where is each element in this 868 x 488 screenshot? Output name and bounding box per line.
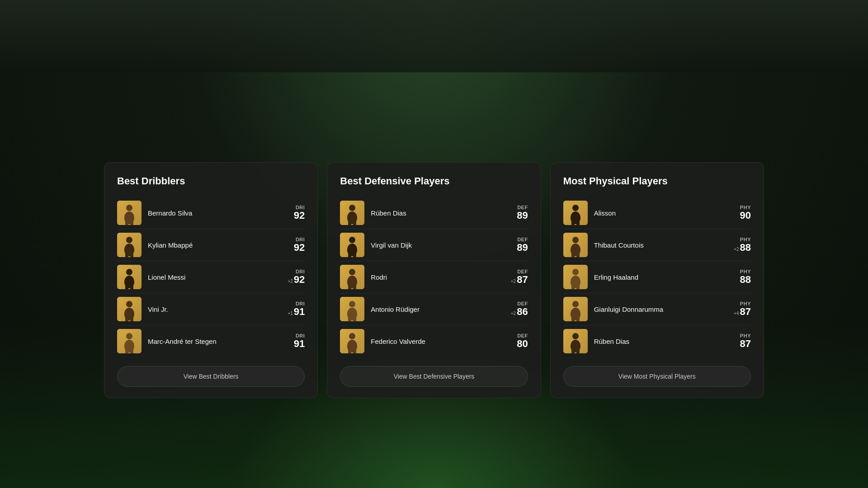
stat-value: +286 xyxy=(511,306,528,317)
svg-point-20 xyxy=(349,205,355,211)
player-avatar xyxy=(340,233,364,257)
player-row: Rúben DiasPHY87 xyxy=(563,325,751,357)
player-avatar xyxy=(563,297,588,321)
svg-point-16 xyxy=(126,333,132,339)
stat-number: 88 xyxy=(740,274,751,285)
stat-number: 91 xyxy=(294,306,305,317)
svg-rect-22 xyxy=(348,221,351,225)
stat-block: DEF+286 xyxy=(503,301,528,317)
card-title-best-dribblers: Best Dribblers xyxy=(117,175,305,187)
player-row: Marc-André ter StegenDRI91 xyxy=(117,325,305,357)
stat-block: PHY+487 xyxy=(726,301,751,317)
view-button-best-defensive[interactable]: View Best Defensive Players xyxy=(340,366,528,387)
player-name: Vini Jr. xyxy=(148,305,280,313)
stat-number: 92 xyxy=(294,210,305,221)
player-row: Virgil van DijkDEF89 xyxy=(340,229,528,261)
player-silhouette xyxy=(121,268,138,289)
player-list-best-dribblers: Bernardo SilvaDRI92 Kylian MbappéDRI92 L… xyxy=(117,197,305,357)
svg-rect-42 xyxy=(571,221,575,225)
player-name: Rodri xyxy=(371,273,503,281)
player-row: Antonio RüdigerDEF+286 xyxy=(340,293,528,325)
svg-rect-34 xyxy=(348,317,351,321)
player-silhouette xyxy=(121,236,138,257)
stat-change: +4 xyxy=(734,311,739,316)
svg-point-44 xyxy=(572,237,579,243)
svg-point-32 xyxy=(349,301,355,307)
stat-block: DEF89 xyxy=(503,237,528,253)
player-row: Kylian MbappéDRI92 xyxy=(117,229,305,261)
stat-block: DRI+292 xyxy=(280,269,305,285)
svg-point-56 xyxy=(572,333,579,339)
player-silhouette xyxy=(344,204,361,225)
stat-number: 91 xyxy=(294,338,305,349)
player-row: Vini Jr.DRI+191 xyxy=(117,293,305,325)
svg-point-8 xyxy=(126,269,132,275)
player-avatar xyxy=(563,233,588,257)
svg-rect-15 xyxy=(130,317,133,321)
player-row: Gianluigi DonnarummaPHY+487 xyxy=(563,293,751,325)
player-row: RodriDEF+287 xyxy=(340,261,528,293)
view-button-most-physical[interactable]: View Most Physical Players xyxy=(563,366,751,387)
svg-rect-58 xyxy=(571,349,575,353)
svg-point-28 xyxy=(349,269,355,275)
stat-value: 80 xyxy=(517,338,528,349)
stat-value: 92 xyxy=(294,210,305,221)
player-name: Marc-André ter Stegen xyxy=(148,338,280,345)
svg-rect-54 xyxy=(571,317,575,321)
player-name: Virgil van Dijk xyxy=(371,241,503,249)
player-row: AlissonPHY90 xyxy=(563,197,751,229)
svg-point-12 xyxy=(126,301,132,307)
player-row: Thibaut CourtoisPHY+288 xyxy=(563,229,751,261)
stat-value: +191 xyxy=(288,306,305,317)
stat-block: DEF80 xyxy=(503,333,528,349)
card-most-physical: Most Physical Players AlissonPHY90 Thiba… xyxy=(550,162,764,398)
svg-rect-35 xyxy=(353,317,356,321)
svg-rect-39 xyxy=(353,349,356,353)
player-avatar xyxy=(340,265,364,289)
player-avatar xyxy=(563,265,588,289)
svg-rect-59 xyxy=(576,349,580,353)
svg-rect-23 xyxy=(353,221,356,225)
player-avatar xyxy=(340,329,364,353)
svg-rect-7 xyxy=(130,253,133,257)
player-row: Rúben DiasDEF89 xyxy=(340,197,528,229)
stat-block: PHY+288 xyxy=(726,237,751,253)
stat-number: 87 xyxy=(740,338,751,349)
svg-rect-2 xyxy=(125,221,128,225)
stat-number: 80 xyxy=(517,338,528,349)
stat-number: 88 xyxy=(740,242,751,253)
svg-point-40 xyxy=(572,205,579,211)
card-best-defensive: Best Defensive Players Rúben DiasDEF89 V… xyxy=(327,162,541,398)
stat-change: +2 xyxy=(511,311,516,316)
svg-rect-38 xyxy=(348,349,351,353)
card-title-best-defensive: Best Defensive Players xyxy=(340,175,528,187)
stat-number: 86 xyxy=(517,306,528,317)
cards-wrapper: Best Dribblers Bernardo SilvaDRI92 Kylia… xyxy=(104,162,764,398)
player-row: Lionel MessiDRI+292 xyxy=(117,261,305,293)
svg-point-36 xyxy=(349,333,355,339)
stat-value: 88 xyxy=(740,274,751,285)
svg-rect-19 xyxy=(130,349,133,353)
player-avatar xyxy=(340,201,364,225)
svg-point-24 xyxy=(349,237,355,243)
svg-rect-51 xyxy=(576,285,580,289)
stat-block: PHY88 xyxy=(726,269,751,285)
svg-rect-14 xyxy=(125,317,128,321)
player-avatar xyxy=(117,201,142,225)
player-avatar xyxy=(563,201,588,225)
card-best-dribblers: Best Dribblers Bernardo SilvaDRI92 Kylia… xyxy=(104,162,318,398)
player-name: Gianluigi Donnarumma xyxy=(594,305,726,313)
stat-value: 89 xyxy=(517,210,528,221)
stat-change: +2 xyxy=(511,279,516,284)
player-silhouette xyxy=(121,333,138,353)
stat-number: 87 xyxy=(517,274,528,285)
svg-point-48 xyxy=(572,269,579,275)
player-silhouette xyxy=(567,333,584,353)
stat-value: +288 xyxy=(734,242,751,253)
svg-point-0 xyxy=(126,205,132,211)
view-button-best-dribblers[interactable]: View Best Dribblers xyxy=(117,366,305,387)
stat-block: PHY87 xyxy=(726,333,751,349)
svg-point-4 xyxy=(126,237,132,243)
player-silhouette xyxy=(567,300,584,321)
stat-change: +1 xyxy=(288,311,292,316)
